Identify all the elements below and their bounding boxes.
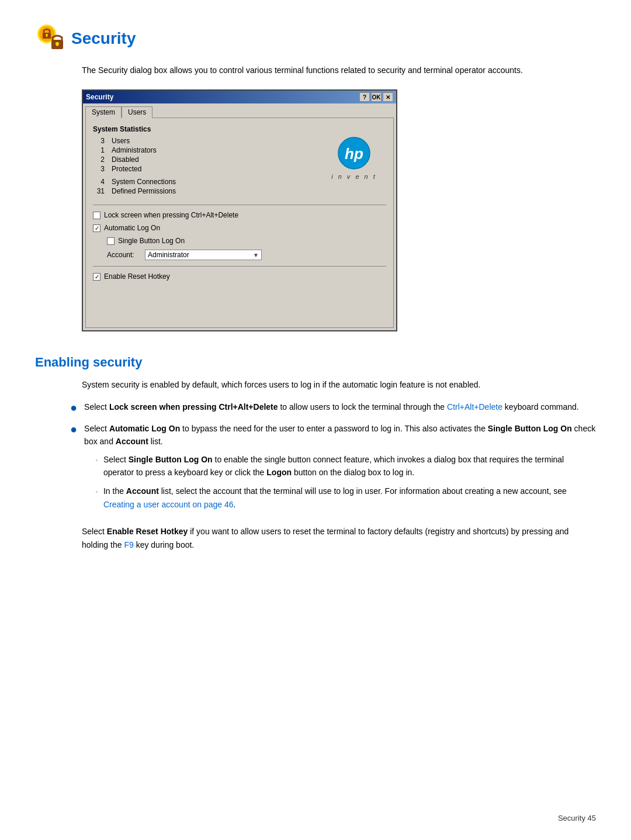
bullet-item-1: ● Select Lock screen when pressing Ctrl+…	[70, 400, 596, 413]
system-stats-header: System Statistics	[93, 125, 386, 133]
f9-link[interactable]: F9	[124, 540, 133, 549]
page-title: Security	[71, 29, 136, 48]
sub-bullet-list: ◦ Select Single Button Log On to enable …	[96, 453, 596, 511]
lock-screen-checkbox[interactable]	[93, 212, 100, 219]
enable-reset-label: Enable Reset Hotkey	[104, 272, 170, 281]
stat-item: 1Administrators	[93, 146, 176, 154]
page-footer: Security 45	[558, 814, 596, 822]
tab-users[interactable]: Users	[122, 106, 152, 118]
svg-rect-4	[46, 35, 47, 37]
bold-single-button: Single Button Log On	[488, 424, 572, 433]
stat-item: 2Disabled	[93, 155, 176, 164]
enable-reset-row[interactable]: Enable Reset Hotkey	[93, 272, 386, 281]
single-button-row[interactable]: Single Button Log On	[107, 237, 386, 245]
ctrl-alt-delete-link[interactable]: Ctrl+Alt+Delete	[447, 402, 502, 412]
help-button[interactable]: ?	[359, 92, 370, 102]
bullet-dot-1: ●	[70, 402, 77, 413]
ok-button[interactable]: OK	[371, 92, 382, 102]
single-button-checkbox[interactable]	[107, 237, 115, 245]
page-header: Security	[35, 23, 596, 54]
bold-lock-screen: Lock screen when pressing Ctrl+Alt+Delet…	[109, 402, 278, 412]
sub-bullet-text-2: In the Account list, select the account …	[103, 485, 596, 511]
footer-text: Security 45	[558, 814, 596, 822]
bold-single-button-log: Single Button Log On	[129, 455, 213, 464]
hp-invent-text: i n v e n t	[331, 173, 377, 180]
security-dialog: Security ? OK ✕ System Users System Stat…	[82, 89, 397, 331]
bold-account: Account	[116, 437, 148, 446]
single-button-label: Single Button Log On	[118, 237, 185, 245]
security-icon	[35, 23, 65, 54]
bullet-item-2: ● Select Automatic Log On to bypass the …	[70, 422, 596, 517]
bold-auto-logon: Automatic Log On	[109, 424, 180, 433]
enabling-security-section: Enabling security System security is ena…	[35, 355, 596, 551]
intro-text: The Security dialog box allows you to co…	[82, 64, 596, 77]
auto-logon-checkbox[interactable]	[93, 224, 100, 232]
close-button[interactable]: ✕	[383, 92, 393, 102]
titlebar-buttons: ? OK ✕	[359, 92, 393, 102]
sub-bullet-dot-1: ◦	[96, 457, 98, 479]
dropdown-arrow-icon: ▼	[253, 252, 259, 258]
tab-system[interactable]: System	[85, 106, 122, 118]
hp-logo: hp i n v e n t	[322, 137, 386, 180]
sub-bullet-dot-2: ◦	[96, 489, 98, 511]
stat-item: 31Defined Permissions	[93, 187, 176, 195]
section-intro: System security is enabled by default, w…	[82, 378, 596, 391]
stat-item: 4System Connections	[93, 174, 176, 186]
sub-bullet-text-1: Select Single Button Log On to enable th…	[103, 453, 596, 479]
auto-logon-row[interactable]: Automatic Log On	[93, 224, 386, 232]
separator2	[93, 266, 386, 267]
account-label: Account:	[107, 251, 139, 259]
stats-row-container: 3Users 1Administrators 2Disabled 3Protec…	[93, 137, 386, 196]
dialog-wrapper: Security ? OK ✕ System Users System Stat…	[82, 89, 397, 331]
bullet-text-1: Select Lock screen when pressing Ctrl+Al…	[84, 400, 596, 413]
bullet-list: ● Select Lock screen when pressing Ctrl+…	[70, 400, 596, 517]
dialog-content: System Statistics 3Users 1Administrators…	[85, 117, 394, 328]
bullet-dot-2: ●	[70, 423, 77, 517]
system-stats-section: System Statistics 3Users 1Administrators…	[93, 125, 386, 196]
account-value: Administrator	[148, 251, 189, 259]
dialog-titlebar: Security ? OK ✕	[83, 91, 396, 103]
final-paragraph: Select Enable Reset Hotkey if you want t…	[82, 525, 596, 551]
enable-reset-checkbox[interactable]	[93, 273, 100, 281]
account-row: Account: Administrator ▼	[107, 250, 386, 260]
lock-screen-label: Lock screen when pressing Ctrl+Alt+Delet…	[104, 211, 238, 219]
sub-bullet-item-2: ◦ In the Account list, select the accoun…	[96, 485, 596, 511]
auto-logon-label: Automatic Log On	[104, 224, 160, 232]
account-dropdown[interactable]: Administrator ▼	[145, 250, 262, 260]
bullet-text-2: Select Automatic Log On to bypass the ne…	[84, 422, 596, 517]
dialog-spacer	[93, 285, 386, 320]
bold-enable-reset: Enable Reset Hotkey	[107, 527, 188, 536]
bold-account-list: Account	[126, 486, 159, 496]
bold-logon: Logon	[266, 468, 292, 477]
separator	[93, 205, 386, 205]
svg-text:hp: hp	[345, 145, 363, 163]
creating-user-account-link[interactable]: Creating a user account on page 46	[103, 500, 234, 509]
hp-logo-svg: hp	[328, 137, 380, 172]
stat-item: 3Users	[93, 137, 176, 145]
dialog-title: Security	[86, 93, 113, 101]
lock-screen-row[interactable]: Lock screen when pressing Ctrl+Alt+Delet…	[93, 211, 386, 219]
dialog-tabs: System Users	[83, 103, 396, 117]
svg-rect-7	[57, 44, 58, 46]
stats-list: 3Users 1Administrators 2Disabled 3Protec…	[93, 137, 176, 196]
stat-item: 3Protected	[93, 165, 176, 173]
sub-bullet-item-1: ◦ Select Single Button Log On to enable …	[96, 453, 596, 479]
section-title: Enabling security	[35, 355, 596, 370]
